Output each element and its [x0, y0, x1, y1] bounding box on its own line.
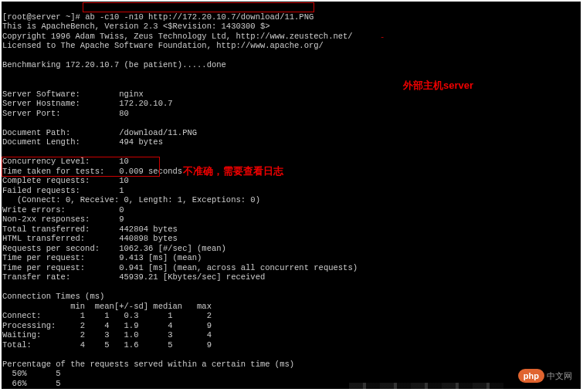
- html-transferred-value: 440898 bytes: [119, 234, 178, 243]
- time-per-req2-value: 0.941 [ms] (mean, across all concurrent …: [119, 263, 358, 272]
- html-transferred-label: HTML transferred:: [2, 234, 85, 243]
- document-path-value: /download/11.PNG: [119, 128, 197, 137]
- percentage-title: Percentage of the requests served within…: [2, 360, 294, 369]
- concurrency-level-value: 10: [119, 157, 129, 166]
- command-text: ab -c10 -n10 http://172.20.10.7/download…: [85, 12, 314, 22]
- transfer-rate-label: Transfer rate:: [2, 272, 70, 282]
- server-port-label: Server Port:: [2, 109, 61, 118]
- transfer-rate-value: 45939.21 [Kbytes/sec] received: [119, 272, 265, 282]
- write-errors-value: 0: [119, 205, 124, 215]
- complete-requests-label: Complete requests:: [2, 176, 90, 185]
- time-taken-label: Time taken for tests:: [2, 167, 104, 176]
- time-per-req-label: Time per request:: [2, 253, 85, 262]
- ct-waiting: Waiting: 2 3 1.0 3 4: [2, 330, 212, 340]
- ab-header-3: Licensed to The Apache Software Foundati…: [2, 41, 324, 50]
- non2xx-value: 9: [119, 215, 124, 224]
- document-length-label: Document Length:: [2, 137, 80, 147]
- bottom-artifact: [349, 383, 503, 389]
- pct-66: 66% 5: [2, 379, 61, 388]
- annotation-box-command: [83, 2, 314, 12]
- failed-requests-value: 1: [119, 186, 124, 195]
- php-cn-logo: php 中文网: [518, 369, 572, 383]
- failed-requests-note: (Connect: 0, Receive: 0, Length: 1, Exce…: [2, 195, 260, 204]
- pct-75: 75% 5: [2, 388, 61, 389]
- server-hostname-value: 172.20.10.7: [119, 99, 172, 108]
- annotation-dash: -: [380, 32, 385, 42]
- document-path-label: Document Path:: [2, 128, 70, 137]
- pct-50: 50% 5: [2, 369, 61, 378]
- ct-total: Total: 4 5 1.6 5 9: [2, 340, 212, 350]
- ab-header-1: This is ApacheBench, Version 2.3 <$Revis…: [2, 22, 270, 31]
- concurrency-level-label: Concurrency Level:: [2, 157, 90, 166]
- rps-label: Requests per second:: [2, 244, 100, 253]
- complete-requests-value: 10: [119, 176, 129, 185]
- server-hostname-label: Server Hostname:: [2, 99, 80, 108]
- time-per-req-value: 9.413 [ms] (mean): [119, 253, 202, 262]
- annotation-inaccurate: 不准确，需要查看日志: [183, 167, 283, 177]
- connection-times-header: min mean[+/-sd] median max: [2, 302, 212, 311]
- prompt: [root@server ~]#: [2, 12, 85, 22]
- document-length-value: 494 bytes: [119, 137, 163, 147]
- logo-bubble: php: [518, 369, 544, 383]
- total-transferred-label: Total transferred:: [2, 225, 90, 234]
- server-software-label: Server Software:: [2, 90, 80, 99]
- ab-header-2: Copyright 1996 Adam Twiss, Zeus Technolo…: [2, 32, 353, 41]
- non2xx-label: Non-2xx responses:: [2, 215, 90, 224]
- write-errors-label: Write errors:: [2, 205, 66, 215]
- total-transferred-value: 442804 bytes: [119, 225, 178, 234]
- connection-times-title: Connection Times (ms): [2, 292, 104, 301]
- failed-requests-label: Failed requests:: [2, 186, 80, 195]
- server-software-value: nginx: [119, 90, 144, 99]
- server-port-value: 80: [119, 109, 129, 118]
- rps-value: 1062.36 [#/sec] (mean): [119, 244, 226, 253]
- annotation-external-host: 外部主机server: [403, 81, 473, 91]
- terminal-window[interactable]: [root@server ~]# ab -c10 -n10 http://172…: [2, 2, 581, 389]
- logo-text: 中文网: [547, 370, 572, 382]
- ct-processing: Processing: 2 4 1.9 4 9: [2, 321, 212, 330]
- ct-connect: Connect: 1 1 0.3 1 2: [2, 311, 212, 320]
- time-taken-value: 0.009 seconds: [119, 167, 182, 176]
- time-per-req2-label: Time per request:: [2, 263, 85, 272]
- benchmarking-line: Benchmarking 172.20.10.7 (be patient)...…: [2, 60, 226, 69]
